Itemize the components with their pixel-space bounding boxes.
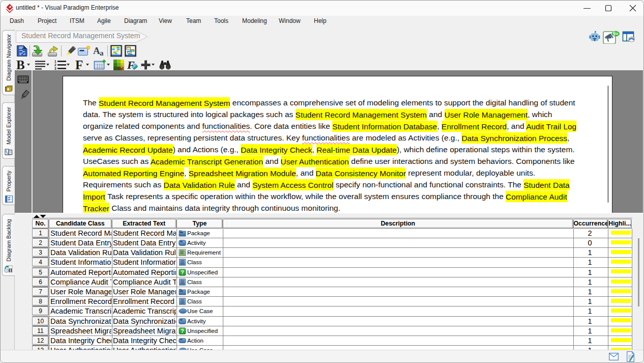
svg-text:B: B	[16, 59, 25, 71]
svg-text:?: ?	[181, 327, 184, 333]
svg-text:2: 2	[54, 63, 56, 67]
svg-text:A: A	[93, 45, 100, 56]
svg-text:F: F	[127, 59, 135, 71]
svg-text:3: 3	[54, 67, 56, 70]
svg-text:1: 1	[54, 60, 56, 63]
svg-text:?: ?	[181, 269, 184, 275]
svg-text:a: a	[100, 49, 104, 57]
svg-text:9+: 9+	[612, 31, 619, 37]
svg-text:F: F	[75, 59, 83, 71]
